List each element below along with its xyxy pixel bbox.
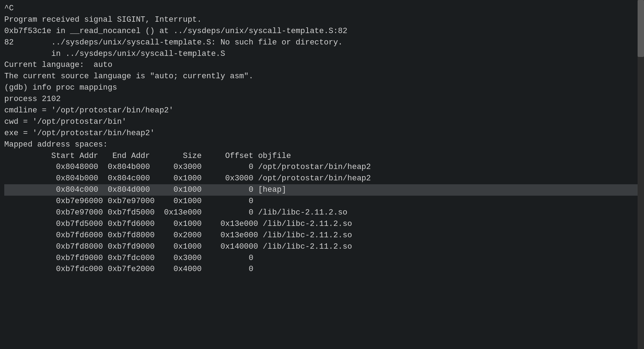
terminal-window: ^CProgram received signal SIGINT, Interr… <box>0 0 644 278</box>
row10: 0xb7fdc000 0xb7fe2000 0x4000 0 <box>4 264 640 275</box>
scrollbar[interactable] <box>638 0 644 349</box>
src-line1: 82 ../sysdeps/unix/syscall-template.S: N… <box>4 37 640 48</box>
cmdline: cmdline = '/opt/protostar/bin/heap2' <box>4 105 640 116</box>
lang-line: Current language: auto <box>4 59 640 71</box>
gdb-cmd: (gdb) info proc mappings <box>4 82 640 94</box>
cwd: cwd = '/opt/protostar/bin' <box>4 116 640 128</box>
ctrl-c: ^C <box>4 3 640 14</box>
row4: 0xb7e96000 0xb7e97000 0x1000 0 <box>4 196 640 207</box>
process: process 2102 <box>4 94 640 105</box>
table-header: Start Addr End Addr Size Offset objfile <box>4 150 640 162</box>
addr-line: 0xb7f53c1e in __read_nocancel () at ../s… <box>4 26 640 37</box>
row6: 0xb7fd5000 0xb7fd6000 0x1000 0x13e000 /l… <box>4 218 640 230</box>
row1: 0x8048000 0x804b000 0x3000 0 /opt/protos… <box>4 162 640 173</box>
signal-line: Program received signal SIGINT, Interrup… <box>4 14 640 26</box>
row9: 0xb7fd9000 0xb7fdc000 0x3000 0 <box>4 253 640 264</box>
row2: 0x804b000 0x804c000 0x1000 0x3000 /opt/p… <box>4 173 640 184</box>
row5: 0xb7e97000 0xb7fd5000 0x13e000 0 /lib/li… <box>4 207 640 218</box>
mapped-header: Mapped address spaces: <box>4 139 640 150</box>
lang-desc: The current source language is "auto; cu… <box>4 71 640 82</box>
exe: exe = '/opt/protostar/bin/heap2' <box>4 128 640 139</box>
src-line2: in ../sysdeps/unix/syscall-template.S <box>4 48 640 60</box>
row8: 0xb7fd8000 0xb7fd9000 0x1000 0x140000 /l… <box>4 241 640 253</box>
row3: 0x804c000 0x804d000 0x1000 0 [heap] <box>4 184 640 196</box>
terminal-output: ^CProgram received signal SIGINT, Interr… <box>4 3 640 275</box>
row7: 0xb7fd6000 0xb7fd8000 0x2000 0x13e000 /l… <box>4 230 640 241</box>
scrollbar-thumb[interactable] <box>638 0 644 57</box>
